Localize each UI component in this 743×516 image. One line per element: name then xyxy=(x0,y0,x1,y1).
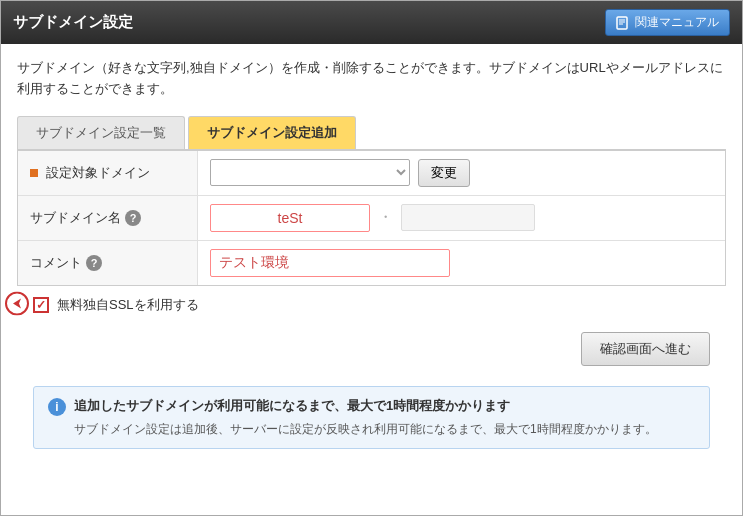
domain-suffix xyxy=(401,204,535,231)
window-title: サブドメイン設定 xyxy=(13,13,133,32)
info-icon: i xyxy=(48,398,66,416)
ssl-label: 無料独自SSLを利用する xyxy=(57,296,199,314)
subdomain-help-icon[interactable]: ? xyxy=(125,210,141,226)
comment-control xyxy=(198,241,725,285)
manual-button[interactable]: 関連マニュアル xyxy=(605,9,730,36)
ssl-checkbox[interactable] xyxy=(33,297,49,313)
info-body: サブドメイン設定は追加後、サーバーに設定が反映され利用可能になるまで、最大で1時… xyxy=(74,420,695,438)
book-icon xyxy=(616,16,630,30)
change-domain-button[interactable]: 変更 xyxy=(418,159,470,187)
main-window: サブドメイン設定 関連マニュアル サブドメイン（好きな文字列,独自ドメイン）を作… xyxy=(0,0,743,516)
tab-add[interactable]: サブドメイン設定追加 xyxy=(188,116,356,149)
comment-row: コメント ? xyxy=(18,241,725,285)
red-arrow-icon xyxy=(5,291,29,315)
info-header: i 追加したサブドメインが利用可能になるまで、最大で1時間程度かかります xyxy=(48,397,695,416)
subdomain-row: サブドメイン名 ? ・ xyxy=(18,196,725,241)
comment-help-icon[interactable]: ? xyxy=(86,255,102,271)
page-description: サブドメイン（好きな文字列,独自ドメイン）を作成・削除することができます。サブド… xyxy=(17,58,726,100)
domain-select[interactable] xyxy=(210,159,410,186)
required-indicator xyxy=(30,169,38,177)
domain-select-wrapper: 変更 xyxy=(210,159,470,187)
subdomain-label: サブドメイン名 ? xyxy=(18,196,198,240)
info-box: i 追加したサブドメインが利用可能になるまで、最大で1時間程度かかります サブド… xyxy=(33,386,710,449)
content-area: サブドメイン（好きな文字列,独自ドメイン）を作成・削除することができます。サブド… xyxy=(1,44,742,475)
title-bar: サブドメイン設定 関連マニュアル xyxy=(1,1,742,44)
action-row: 確認画面へ進む xyxy=(17,324,726,374)
manual-button-label: 関連マニュアル xyxy=(635,14,719,31)
comment-label: コメント ? xyxy=(18,241,198,285)
svg-rect-0 xyxy=(617,17,627,29)
domain-label: 設定対象ドメイン xyxy=(18,151,198,195)
domain-row: 設定対象ドメイン 変更 xyxy=(18,151,725,196)
tab-bar: サブドメイン設定一覧 サブドメイン設定追加 xyxy=(17,116,726,151)
info-title: 追加したサブドメインが利用可能になるまで、最大で1時間程度かかります xyxy=(74,397,510,415)
tab-list[interactable]: サブドメイン設定一覧 xyxy=(17,116,185,149)
ssl-section: 無料独自SSLを利用する xyxy=(17,286,726,324)
subdomain-input[interactable] xyxy=(210,204,370,232)
form-section: 設定対象ドメイン 変更 サブドメイン名 ? xyxy=(17,151,726,286)
comment-input[interactable] xyxy=(210,249,450,277)
subdomain-control: ・ xyxy=(198,196,725,240)
submit-button[interactable]: 確認画面へ進む xyxy=(581,332,710,366)
domain-control: 変更 xyxy=(198,151,725,195)
